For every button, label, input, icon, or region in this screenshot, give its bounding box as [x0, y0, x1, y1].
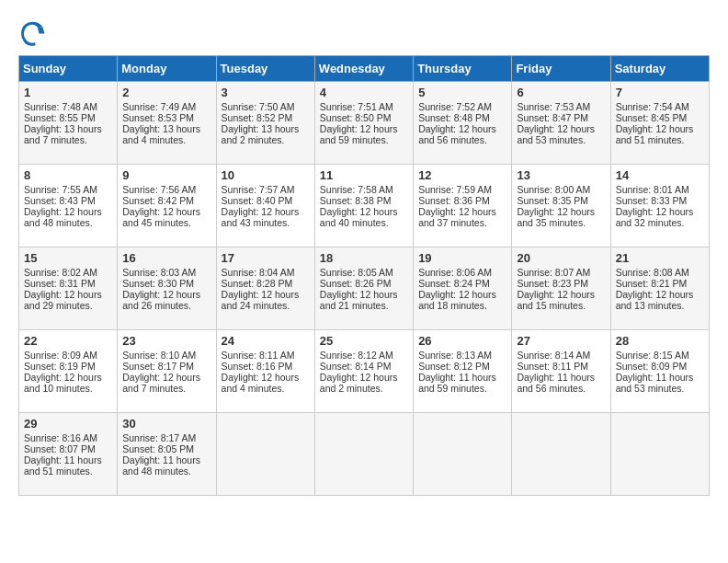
sunset: Sunset: 8:26 PM	[320, 278, 392, 289]
calendar-cell: 18Sunrise: 8:05 AMSunset: 8:26 PMDayligh…	[314, 247, 413, 330]
calendar-cell: 2Sunrise: 7:49 AMSunset: 8:53 PMDaylight…	[118, 82, 216, 165]
sunset: Sunset: 8:28 PM	[222, 278, 293, 289]
calendar-cell: 21Sunrise: 8:08 AMSunset: 8:21 PMDayligh…	[610, 247, 709, 330]
calendar-cell	[216, 413, 314, 496]
day-number: 29	[24, 417, 112, 431]
calendar-cell: 28Sunrise: 8:15 AMSunset: 8:09 PMDayligh…	[610, 330, 709, 413]
header-cell-sunday: Sunday	[19, 56, 118, 82]
daylight: Daylight: 12 hours and 48 minutes.	[24, 206, 102, 228]
day-number: 16	[122, 251, 210, 265]
daylight: Daylight: 12 hours and 4 minutes.	[222, 372, 300, 394]
sunset: Sunset: 8:45 PM	[616, 112, 688, 123]
day-number: 11	[320, 168, 408, 182]
sunrise: Sunrise: 7:52 AM	[418, 101, 492, 112]
daylight: Daylight: 12 hours and 10 minutes.	[24, 372, 102, 394]
calendar-week-4: 22Sunrise: 8:09 AMSunset: 8:19 PMDayligh…	[19, 330, 710, 413]
calendar-cell: 4Sunrise: 7:51 AMSunset: 8:50 PMDaylight…	[314, 82, 413, 165]
daylight: Daylight: 12 hours and 26 minutes.	[122, 289, 200, 311]
daylight: Daylight: 13 hours and 2 minutes.	[222, 123, 300, 145]
day-number: 12	[418, 168, 506, 182]
sunrise: Sunrise: 7:51 AM	[320, 101, 393, 112]
calendar-cell: 22Sunrise: 8:09 AMSunset: 8:19 PMDayligh…	[19, 330, 118, 413]
sunrise: Sunrise: 7:50 AM	[222, 101, 295, 112]
calendar-cell: 7Sunrise: 7:54 AMSunset: 8:45 PMDaylight…	[610, 82, 709, 165]
calendar-cell: 24Sunrise: 8:11 AMSunset: 8:16 PMDayligh…	[216, 330, 314, 413]
calendar-week-1: 1Sunrise: 7:48 AMSunset: 8:55 PMDaylight…	[19, 82, 710, 165]
calendar-cell: 20Sunrise: 8:07 AMSunset: 8:23 PMDayligh…	[512, 247, 610, 330]
calendar-cell	[512, 413, 610, 496]
day-number: 4	[320, 86, 408, 99]
daylight: Daylight: 12 hours and 35 minutes.	[517, 206, 595, 228]
calendar-cell: 16Sunrise: 8:03 AMSunset: 8:30 PMDayligh…	[118, 247, 216, 330]
calendar-cell: 9Sunrise: 7:56 AMSunset: 8:42 PMDaylight…	[118, 165, 216, 247]
daylight: Daylight: 13 hours and 4 minutes.	[122, 123, 200, 145]
day-number: 26	[418, 334, 506, 348]
header-cell-tuesday: Tuesday	[216, 56, 314, 82]
calendar-cell: 14Sunrise: 8:01 AMSunset: 8:33 PMDayligh…	[610, 165, 709, 247]
sunset: Sunset: 8:43 PM	[24, 195, 96, 206]
header-cell-saturday: Saturday	[610, 56, 709, 82]
calendar-cell	[414, 413, 512, 496]
daylight: Daylight: 12 hours and 32 minutes.	[616, 206, 694, 228]
calendar-cell: 3Sunrise: 7:50 AMSunset: 8:52 PMDaylight…	[216, 82, 314, 165]
daylight: Daylight: 12 hours and 18 minutes.	[418, 289, 496, 311]
sunset: Sunset: 8:31 PM	[24, 278, 96, 289]
daylight: Daylight: 12 hours and 13 minutes.	[616, 289, 694, 311]
calendar-cell	[610, 413, 709, 496]
daylight: Daylight: 12 hours and 21 minutes.	[320, 289, 398, 311]
sunset: Sunset: 8:38 PM	[320, 195, 392, 206]
day-number: 22	[24, 334, 112, 348]
day-number: 27	[517, 334, 605, 348]
day-number: 2	[122, 86, 210, 99]
calendar-cell: 26Sunrise: 8:13 AMSunset: 8:12 PMDayligh…	[414, 330, 512, 413]
day-number: 9	[122, 168, 210, 182]
daylight: Daylight: 12 hours and 51 minutes.	[616, 123, 694, 145]
sunset: Sunset: 8:12 PM	[418, 361, 490, 372]
sunrise: Sunrise: 7:59 AM	[418, 184, 492, 195]
sunset: Sunset: 8:14 PM	[320, 361, 392, 372]
day-number: 28	[616, 334, 704, 348]
header-cell-wednesday: Wednesday	[314, 56, 413, 82]
sunrise: Sunrise: 8:00 AM	[517, 184, 590, 195]
day-number: 18	[320, 251, 408, 265]
sunrise: Sunrise: 8:15 AM	[616, 350, 689, 361]
calendar-cell: 30Sunrise: 8:17 AMSunset: 8:05 PMDayligh…	[118, 413, 216, 496]
logo-icon	[18, 18, 46, 46]
calendar-week-5: 29Sunrise: 8:16 AMSunset: 8:07 PMDayligh…	[19, 413, 710, 496]
calendar-cell: 23Sunrise: 8:10 AMSunset: 8:17 PMDayligh…	[118, 330, 216, 413]
sunset: Sunset: 8:23 PM	[517, 278, 588, 289]
daylight: Daylight: 12 hours and 7 minutes.	[122, 372, 200, 394]
daylight: Daylight: 12 hours and 29 minutes.	[24, 289, 102, 311]
sunset: Sunset: 8:11 PM	[517, 361, 588, 372]
calendar-cell: 6Sunrise: 7:53 AMSunset: 8:47 PMDaylight…	[512, 82, 610, 165]
sunset: Sunset: 8:36 PM	[418, 195, 490, 206]
sunrise: Sunrise: 7:55 AM	[24, 184, 97, 195]
calendar-cell	[314, 413, 413, 496]
calendar-week-3: 15Sunrise: 8:02 AMSunset: 8:31 PMDayligh…	[19, 247, 710, 330]
sunrise: Sunrise: 8:17 AM	[122, 432, 196, 443]
daylight: Daylight: 12 hours and 37 minutes.	[418, 206, 496, 228]
sunset: Sunset: 8:33 PM	[616, 195, 688, 206]
calendar-cell: 5Sunrise: 7:52 AMSunset: 8:48 PMDaylight…	[414, 82, 512, 165]
sunrise: Sunrise: 7:57 AM	[222, 184, 295, 195]
logo	[18, 18, 50, 46]
sunset: Sunset: 8:55 PM	[24, 112, 96, 123]
sunset: Sunset: 8:40 PM	[222, 195, 293, 206]
daylight: Daylight: 12 hours and 56 minutes.	[418, 123, 496, 145]
sunset: Sunset: 8:42 PM	[122, 195, 194, 206]
calendar-cell: 25Sunrise: 8:12 AMSunset: 8:14 PMDayligh…	[314, 330, 413, 413]
calendar-cell: 15Sunrise: 8:02 AMSunset: 8:31 PMDayligh…	[19, 247, 118, 330]
sunset: Sunset: 8:21 PM	[616, 278, 688, 289]
sunset: Sunset: 8:19 PM	[24, 361, 96, 372]
day-number: 14	[616, 168, 704, 182]
sunrise: Sunrise: 8:04 AM	[222, 267, 295, 278]
daylight: Daylight: 12 hours and 2 minutes.	[320, 372, 398, 394]
sunset: Sunset: 8:30 PM	[122, 278, 194, 289]
daylight: Daylight: 12 hours and 15 minutes.	[517, 289, 595, 311]
sunrise: Sunrise: 7:49 AM	[122, 101, 196, 112]
daylight: Daylight: 11 hours and 59 minutes.	[418, 372, 496, 394]
day-number: 21	[616, 251, 704, 265]
calendar-cell: 27Sunrise: 8:14 AMSunset: 8:11 PMDayligh…	[512, 330, 610, 413]
day-number: 17	[222, 251, 310, 265]
daylight: Daylight: 12 hours and 24 minutes.	[222, 289, 300, 311]
